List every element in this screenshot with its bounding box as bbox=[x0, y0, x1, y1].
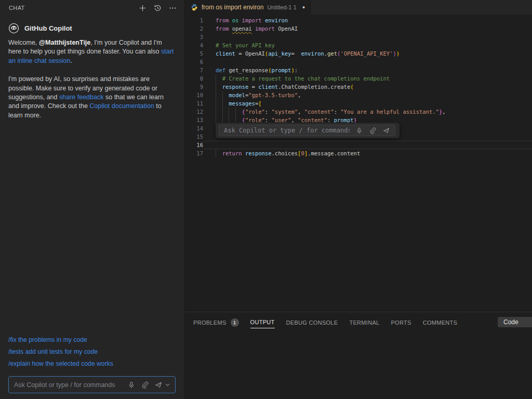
tab-title: from os import environ bbox=[202, 4, 263, 11]
line-content: def get_response(prompt): bbox=[203, 66, 532, 74]
code-line: 10 model="gpt-3.5-turbo", bbox=[184, 91, 532, 99]
problems-count-badge: 1 bbox=[231, 318, 239, 327]
assistant-header: GitHub Copilot bbox=[0, 23, 184, 34]
line-content: messages=[ bbox=[203, 99, 532, 108]
line-number: 5 bbox=[184, 49, 203, 58]
line-content bbox=[203, 141, 532, 149]
line-content: return response.choices[0].message.conte… bbox=[203, 149, 532, 157]
text-link[interactable]: share feedback bbox=[59, 94, 103, 101]
bottom-panel: PROBLEMS1OUTPUTDEBUG CONSOLETERMINALPORT… bbox=[184, 312, 532, 399]
tab-description: Untitled-1 1 bbox=[267, 4, 296, 10]
line-number: 13 bbox=[184, 116, 203, 124]
line-content: from os import environ bbox=[203, 16, 532, 24]
indent-guide bbox=[216, 149, 216, 157]
line-number: 14 bbox=[184, 124, 203, 132]
copilot-avatar-icon bbox=[8, 23, 19, 34]
panel-tab-problems[interactable]: PROBLEMS1 bbox=[193, 318, 239, 329]
line-number: 4 bbox=[184, 41, 203, 49]
chat-panel-title: CHAT bbox=[9, 5, 25, 11]
line-content: client = OpenAI(api_key= environ.get('OP… bbox=[203, 49, 532, 58]
output-channel-select[interactable]: Code bbox=[498, 317, 532, 327]
attachment-icon[interactable] bbox=[369, 127, 377, 135]
panel-tab-terminal[interactable]: TERMINAL bbox=[349, 320, 379, 328]
line-content: model="gpt-3.5-turbo", bbox=[203, 91, 532, 99]
code-editor[interactable]: 1from os import environ2from openai impo… bbox=[184, 15, 532, 312]
line-number: 1 bbox=[184, 16, 203, 24]
line-content: from openai import OpenAI bbox=[203, 24, 532, 33]
chat-panel-header: CHAT bbox=[0, 0, 184, 16]
line-number: 9 bbox=[184, 83, 203, 91]
history-icon[interactable] bbox=[153, 4, 162, 12]
slash-command-link[interactable]: /explain how the selected code works bbox=[8, 360, 176, 367]
code-line: 3 bbox=[184, 33, 532, 41]
editor-tab[interactable]: from os import environ Untitled-1 1 ● bbox=[184, 0, 311, 15]
assistant-name: GitHub Copilot bbox=[24, 24, 72, 32]
code-line: 6 bbox=[184, 58, 532, 66]
line-number: 12 bbox=[184, 108, 203, 116]
line-number: 6 bbox=[184, 58, 203, 66]
chat-input[interactable]: Ask Copilot or type / for commands bbox=[8, 376, 176, 393]
chat-input-placeholder: Ask Copilot or type / for commands bbox=[14, 381, 122, 389]
indent-guide bbox=[216, 91, 216, 99]
microphone-icon[interactable] bbox=[127, 381, 135, 389]
code-line: 7def get_response(prompt): bbox=[184, 66, 532, 74]
line-content: # Set your API key bbox=[203, 41, 532, 49]
panel-tab-bar: PROBLEMS1OUTPUTDEBUG CONSOLETERMINALPORT… bbox=[184, 312, 532, 330]
slash-command-link[interactable]: /fix the problems in my code bbox=[8, 336, 176, 343]
send-icon[interactable] bbox=[382, 127, 390, 135]
chevron-down-icon[interactable] bbox=[165, 382, 170, 387]
line-content bbox=[203, 58, 532, 66]
code-line: 8 # Create a request to the chat complet… bbox=[184, 74, 532, 83]
code-line: 16 bbox=[184, 141, 532, 149]
output-channel-value: Code bbox=[503, 318, 518, 326]
python-icon bbox=[191, 4, 198, 11]
indent-guide bbox=[216, 99, 216, 108]
panel-tab-comments[interactable]: COMMENTS bbox=[423, 320, 458, 328]
inline-chat-placeholder: Ask Copilot or type / for commands bbox=[224, 127, 350, 134]
text-link[interactable]: Copilot documentation bbox=[89, 102, 154, 110]
line-number: 15 bbox=[184, 132, 203, 141]
code-line: 5client = OpenAI(api_key= environ.get('O… bbox=[184, 49, 532, 58]
chat-panel-actions bbox=[138, 4, 177, 12]
indent-guide bbox=[222, 99, 223, 108]
microphone-icon[interactable] bbox=[355, 127, 363, 135]
vscode-window: CHAT GitHub Copilot Welcome, @Matthijste… bbox=[0, 0, 532, 399]
indent-guide bbox=[222, 108, 223, 116]
panel-tab-ports[interactable]: PORTS bbox=[391, 320, 411, 328]
indent-guide bbox=[229, 108, 229, 116]
chat-sidebar: CHAT GitHub Copilot Welcome, @Matthijste… bbox=[0, 0, 184, 399]
slash-command-link[interactable]: /tests add unit tests for my code bbox=[8, 348, 176, 355]
line-content: # Create a request to the chat completio… bbox=[203, 74, 532, 83]
editor-area: from os import environ Untitled-1 1 ● 1f… bbox=[184, 0, 532, 399]
indent-guide bbox=[222, 91, 223, 99]
line-number: 2 bbox=[184, 24, 203, 33]
code-line: 11 messages=[ bbox=[184, 99, 532, 108]
code-line: 17 return response.choices[0].message.co… bbox=[184, 149, 532, 157]
line-number: 16 bbox=[184, 141, 203, 149]
line-number: 7 bbox=[184, 66, 203, 74]
send-icon[interactable] bbox=[154, 381, 162, 389]
welcome-message: Welcome, @MatthijstenTije, I'm your Copi… bbox=[8, 38, 176, 65]
code-line: 9 response = client.ChatCompletion.creat… bbox=[184, 83, 532, 91]
sidebar-spacer bbox=[0, 120, 184, 336]
line-content: {"role": "system", "content": "You are a… bbox=[203, 108, 532, 116]
line-number: 8 bbox=[184, 74, 203, 83]
panel-tab-output[interactable]: OUTPUT bbox=[250, 319, 275, 328]
attachment-icon[interactable] bbox=[141, 381, 149, 389]
line-content: response = client.ChatCompletion.create( bbox=[203, 83, 532, 91]
indent-guide bbox=[216, 74, 216, 83]
code-line: 4# Set your API key bbox=[184, 41, 532, 49]
editor-tab-bar: from os import environ Untitled-1 1 ● bbox=[184, 0, 532, 15]
code-line: 2from openai import OpenAI bbox=[184, 24, 532, 33]
new-chat-icon[interactable] bbox=[138, 4, 147, 12]
inline-chat-input[interactable]: Ask Copilot or type / for commands bbox=[219, 125, 395, 136]
panel-tab-debug-console[interactable]: DEBUG CONSOLE bbox=[286, 320, 338, 328]
indent-guide bbox=[216, 108, 216, 116]
unsaved-changes-indicator[interactable]: ● bbox=[302, 5, 305, 10]
code-line: 12 {"role": "system", "content": "You ar… bbox=[184, 108, 532, 116]
line-number: 10 bbox=[184, 91, 203, 99]
inline-chat-widget: Ask Copilot or type / for commands bbox=[216, 123, 400, 138]
disclaimer-message: I'm powered by AI, so surprises and mist… bbox=[8, 75, 176, 120]
slash-command-suggestions: /fix the problems in my code/tests add u… bbox=[0, 336, 184, 372]
more-actions-icon[interactable] bbox=[168, 4, 177, 12]
